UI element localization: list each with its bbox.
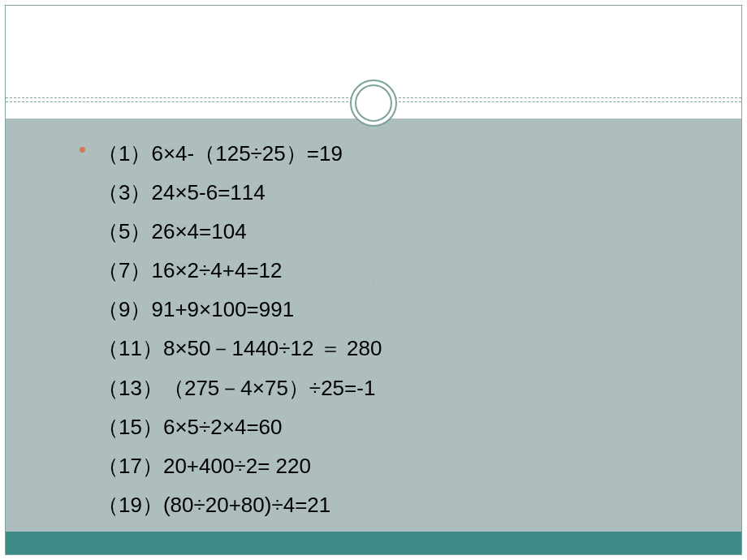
equation-line: （1）6×4-（125÷25）=19 <box>71 134 382 173</box>
watermark: . <box>373 276 375 284</box>
equation-line: （13）（275－4×75）÷25=-1 <box>71 368 382 407</box>
equation-line: （11）8×50－1440÷12 ＝ 280 <box>71 329 382 368</box>
decorative-circle-inner <box>355 84 392 122</box>
footer-stripe <box>6 532 741 554</box>
equation-line: （3）24×5-6=114 <box>71 173 382 212</box>
equation-line: （15）6×5÷2×4=60 <box>71 407 382 446</box>
equation-line: （19）(80÷20+80)÷4=21 <box>71 485 382 524</box>
equation-line: （5）26×4=104 <box>71 212 382 251</box>
equation-line: （17）20+400÷2= 220 <box>71 446 382 485</box>
equation-line: （9）91+9×100=991 <box>71 290 382 329</box>
equation-line: （7）16×2÷4+4=12 <box>71 251 382 290</box>
text-content: （1）6×4-（125÷25）=19 （3）24×5-6=114 （5）26×4… <box>71 134 382 524</box>
bullet-icon <box>80 147 85 153</box>
